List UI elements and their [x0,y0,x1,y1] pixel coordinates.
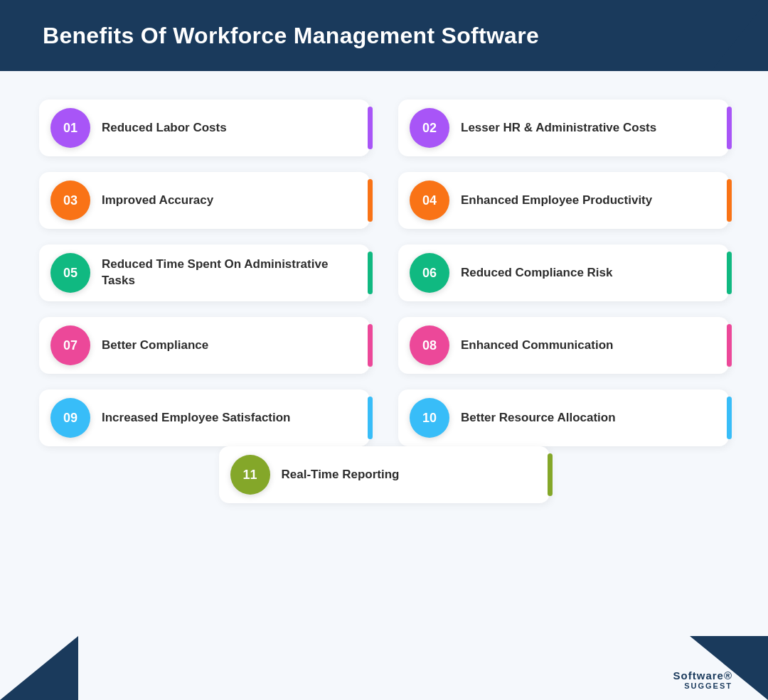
page-header: Benefits Of Workforce Management Softwar… [0,0,768,71]
benefit-card-03: 03 Improved Accuracy [39,172,370,229]
benefit-text-06: Reduced Compliance Risk [461,265,729,281]
accent-bar-03 [368,179,373,222]
benefit-card-07: 07 Better Compliance [39,317,370,374]
benefit-card-08: 08 Enhanced Communication [398,317,729,374]
benefit-card-09: 09 Increased Employee Satisfaction [39,389,370,446]
brand-logo: Software® SUGGEST [673,669,732,690]
accent-bar-02 [727,107,732,149]
benefit-badge-08: 08 [410,325,449,365]
benefit-text-05: Reduced Time Spent On Administrative Tas… [102,257,370,289]
benefit-text-01: Reduced Labor Costs [102,120,370,136]
benefit-badge-07: 07 [50,325,90,365]
brand-name-line1: Software® [673,669,732,682]
accent-bar-08 [727,324,732,367]
main-content: 01 Reduced Labor Costs 02 Lesser HR & Ad… [0,71,768,524]
benefit-text-10: Better Resource Allocation [461,410,729,426]
brand-name-line2: SUGGEST [684,682,732,690]
accent-bar-01 [368,107,373,149]
benefit-card-01: 01 Reduced Labor Costs [39,99,370,156]
benefit-card-05: 05 Reduced Time Spent On Administrative … [39,244,370,301]
benefit-badge-04: 04 [410,181,449,220]
benefit-card-10: 10 Better Resource Allocation [398,389,729,446]
benefit-badge-09: 09 [50,398,90,438]
benefit-text-07: Better Compliance [102,338,370,354]
accent-bar-07 [368,324,373,367]
accent-bar-11 [548,453,553,496]
benefit-badge-03: 03 [50,181,90,220]
benefits-grid: 01 Reduced Labor Costs 02 Lesser HR & Ad… [39,99,729,446]
bottom-left-decoration [0,636,78,700]
benefit-badge-06: 06 [410,253,449,293]
bottom-right-decoration [690,636,768,700]
benefit-card-11: 11 Real-Time Reporting [219,446,550,503]
benefit-badge-02: 02 [410,108,449,148]
benefit-text-11: Real-Time Reporting [282,467,550,483]
accent-bar-06 [727,252,732,294]
accent-bar-05 [368,252,373,294]
benefit-text-09: Increased Employee Satisfaction [102,410,370,426]
center-row: 11 Real-Time Reporting [39,446,729,503]
accent-bar-09 [368,397,373,439]
benefit-badge-01: 01 [50,108,90,148]
benefit-text-08: Enhanced Communication [461,338,729,354]
page-title: Benefits Of Workforce Management Softwar… [43,23,539,49]
benefit-badge-11: 11 [230,455,270,495]
accent-bar-04 [727,179,732,222]
benefit-badge-05: 05 [50,253,90,293]
benefit-text-04: Enhanced Employee Productivity [461,193,729,209]
benefit-text-02: Lesser HR & Administrative Costs [461,120,729,136]
benefit-text-03: Improved Accuracy [102,193,370,209]
benefit-card-06: 06 Reduced Compliance Risk [398,244,729,301]
accent-bar-10 [727,397,732,439]
benefit-card-04: 04 Enhanced Employee Productivity [398,172,729,229]
benefit-badge-10: 10 [410,398,449,438]
benefit-card-02: 02 Lesser HR & Administrative Costs [398,99,729,156]
